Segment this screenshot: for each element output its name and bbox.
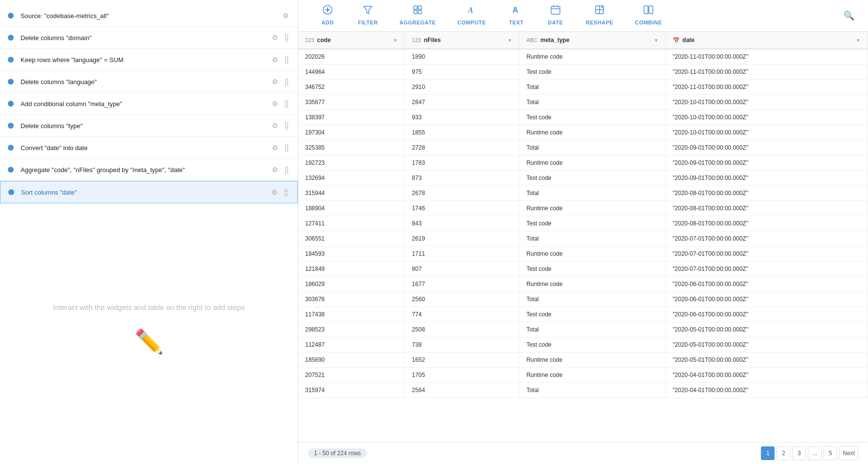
row-count-badge: 1 - 50 of 224 rows — [308, 448, 367, 458]
page-btn-5[interactable]: 5 — [823, 446, 837, 460]
cell-date: "2020-04-01T00:00:00.000Z" — [666, 383, 868, 398]
cell-date: "2020-10-01T00:00:00.000Z" — [666, 95, 868, 110]
step-settings-button[interactable]: ⚙ — [270, 187, 279, 197]
cell-code: 298523 — [298, 322, 405, 337]
step-label: Add conditional column "meta_type" — [21, 100, 267, 108]
svg-rect-5 — [418, 6, 422, 9]
step-item[interactable]: Keep rows where "language" = SUM ⚙ ⣿ — [0, 49, 298, 71]
add-icon — [322, 4, 333, 18]
step-dot — [8, 13, 14, 19]
table-row: 112487738Test code"2020-05-01T00:00:00.0… — [298, 337, 868, 353]
cell-code: 306551 — [298, 231, 405, 246]
cell-nFiles: 2847 — [405, 95, 519, 110]
data-table-container: 123 code ▼ 123 nFiles ▼ ABC meta_type ▼ … — [298, 32, 868, 442]
step-label: Delete columns "language" — [21, 78, 267, 86]
step-item[interactable]: Delete columns "type" ⚙ ⣿ — [0, 115, 298, 137]
cell-code: 335677 — [298, 95, 405, 110]
step-item[interactable]: Source: "codebase-metrics_all" ⚙ — [0, 5, 298, 27]
col-label-meta_type: meta_type — [540, 37, 569, 44]
table-row: 3159442678Total"2020-08-01T00:00:00.000Z… — [298, 186, 868, 201]
svg-text:A: A — [512, 6, 518, 14]
page-btn-...[interactable]: ... — [808, 446, 822, 460]
toolbar-item-date[interactable]: DATE — [536, 0, 575, 31]
col-header-nFiles[interactable]: 123 nFiles ▼ — [405, 32, 519, 49]
toolbar-item-filter[interactable]: FILTER — [347, 0, 389, 31]
col-type-meta_type: ABC — [526, 37, 537, 43]
step-drag-button[interactable]: ⣿ — [283, 187, 289, 197]
step-drag-button[interactable]: ⣿ — [283, 165, 290, 175]
col-sort-nFiles[interactable]: ▼ — [507, 38, 512, 43]
col-label-code: code — [317, 37, 331, 44]
cell-meta_type: Runtime code — [519, 201, 666, 216]
search-button[interactable]: 🔍 — [840, 6, 858, 25]
step-drag-button[interactable]: ⣿ — [283, 77, 290, 87]
step-item[interactable]: Aggregate "code", "nFiles" grouped by "m… — [0, 159, 298, 181]
cell-date: "2020-11-01T00:00:00.000Z" — [666, 80, 868, 95]
col-sort-date[interactable]: ▼ — [856, 38, 861, 43]
cell-date: "2020-04-01T00:00:00.000Z" — [666, 368, 868, 383]
step-settings-button[interactable]: ⚙ — [271, 165, 279, 175]
toolbar-item-compute[interactable]: A COMPUTE — [446, 0, 497, 31]
step-drag-button[interactable]: ⣿ — [283, 143, 290, 153]
cell-code: 121849 — [298, 262, 405, 277]
cell-meta_type: Total — [519, 186, 666, 201]
cell-code: 202026 — [298, 49, 405, 65]
cell-meta_type: Total — [519, 140, 666, 155]
col-sort-meta_type[interactable]: ▼ — [654, 38, 659, 43]
page-btn-1[interactable]: 1 — [761, 446, 775, 460]
col-header-code[interactable]: 123 code ▼ — [298, 32, 405, 49]
step-drag-button[interactable]: ⣿ — [283, 99, 290, 109]
step-item[interactable]: Delete columns "domain" ⚙ ⣿ — [0, 27, 298, 49]
toolbar-label-reshape: RESHAPE — [586, 20, 614, 25]
cell-nFiles: 933 — [405, 110, 519, 125]
svg-rect-17 — [644, 6, 648, 14]
col-sort-code[interactable]: ▼ — [393, 38, 398, 43]
step-item[interactable]: Convert "date" into date ⚙ ⣿ — [0, 137, 298, 159]
step-settings-button[interactable]: ⚙ — [271, 77, 279, 87]
step-item[interactable]: Delete columns "language" ⚙ ⣿ — [0, 71, 298, 93]
table-row: 3356772847Total"2020-10-01T00:00:00.000Z… — [298, 95, 868, 110]
step-settings-button[interactable]: ⚙ — [282, 11, 290, 21]
step-settings-button[interactable]: ⚙ — [271, 121, 279, 131]
table-row: 1973041855Runtime code"2020-10-01T00:00:… — [298, 125, 868, 140]
step-dot — [8, 145, 14, 151]
toolbar-item-add[interactable]: ADD — [308, 0, 347, 31]
svg-rect-18 — [649, 6, 653, 14]
toolbar-item-text[interactable]: A TEXT — [497, 0, 536, 31]
page-next-button[interactable]: Next — [839, 446, 858, 460]
step-drag-button[interactable]: ⣿ — [283, 33, 290, 43]
cell-code: 132694 — [298, 171, 405, 186]
cell-nFiles: 2728 — [405, 140, 519, 155]
toolbar-item-combine[interactable]: COMBINE — [624, 0, 672, 31]
page-btn-2[interactable]: 2 — [777, 446, 790, 460]
cell-nFiles: 807 — [405, 262, 519, 277]
step-settings-button[interactable]: ⚙ — [271, 99, 279, 109]
step-dot — [8, 101, 14, 107]
cell-meta_type: Runtime code — [519, 277, 666, 292]
col-header-date[interactable]: 📅 date ▼ — [666, 32, 868, 49]
step-item[interactable]: Add conditional column "meta_type" ⚙ ⣿ — [0, 93, 298, 115]
cell-code: 185690 — [298, 353, 405, 368]
cell-code: 127411 — [298, 216, 405, 231]
step-drag-button[interactable]: ⣿ — [283, 55, 290, 65]
step-settings-button[interactable]: ⚙ — [271, 143, 279, 153]
svg-rect-10 — [551, 6, 560, 14]
cell-meta_type: Total — [519, 80, 666, 95]
col-header-meta_type[interactable]: ABC meta_type ▼ — [519, 32, 666, 49]
step-dot — [8, 35, 14, 41]
table-row: 3159742564Total"2020-04-01T00:00:00.000Z… — [298, 383, 868, 398]
toolbar-item-reshape[interactable]: RESHAPE — [575, 0, 624, 31]
toolbar-label-add: ADD — [321, 20, 334, 25]
reshape-icon — [594, 4, 605, 18]
toolbar-item-aggregate[interactable]: AGGREGATE — [389, 0, 447, 31]
cell-meta_type: Test code — [519, 262, 666, 277]
cell-meta_type: Test code — [519, 307, 666, 322]
step-settings-button[interactable]: ⚙ — [271, 33, 279, 43]
step-item[interactable]: Sort columns "date" ⚙ ⣿ — [0, 181, 298, 203]
page-btn-3[interactable]: 3 — [792, 446, 806, 460]
cell-nFiles: 1705 — [405, 368, 519, 383]
step-label: Convert "date" into date — [21, 144, 267, 152]
cell-code: 325385 — [298, 140, 405, 155]
step-drag-button[interactable]: ⣿ — [283, 121, 290, 131]
step-settings-button[interactable]: ⚙ — [271, 55, 279, 65]
